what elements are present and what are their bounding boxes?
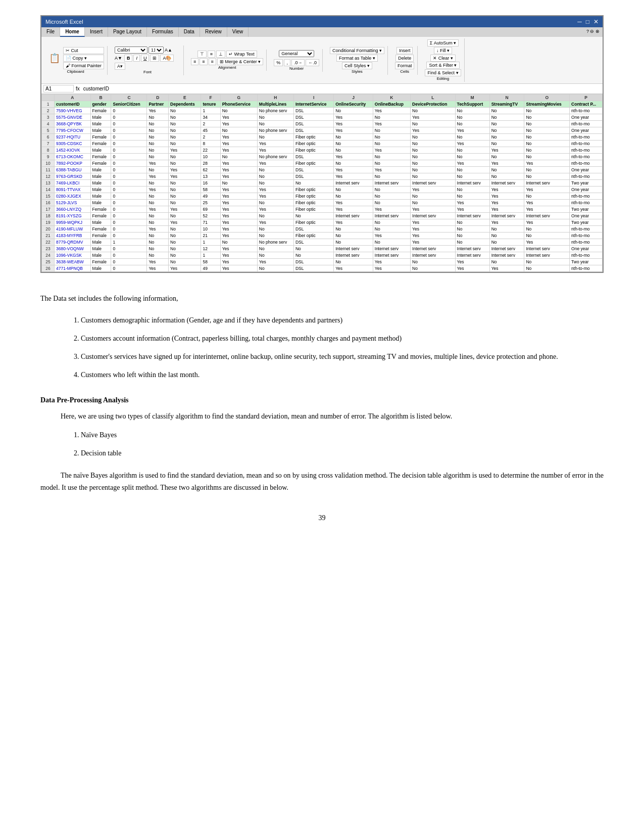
cell[interactable]: Yes <box>220 200 257 206</box>
cell[interactable]: Fiber optic <box>293 233 333 239</box>
cell[interactable]: DSL <box>293 167 333 173</box>
cell[interactable]: Yes <box>147 265 169 272</box>
align-middle-button[interactable]: ≡ <box>208 51 215 58</box>
cell[interactable]: No <box>147 200 169 206</box>
cell[interactable]: No <box>169 259 201 265</box>
cell[interactable]: 8 <box>201 141 220 147</box>
cell[interactable]: Male <box>90 193 111 200</box>
cell[interactable]: No <box>524 265 570 272</box>
cell[interactable]: No <box>524 134 570 141</box>
cell[interactable]: No <box>524 127 570 134</box>
cell[interactable]: Yes <box>220 219 257 226</box>
cell[interactable]: nth-to-mo <box>570 233 603 239</box>
table-row[interactable]: 188191-XYSZGFemale0NoNo52YesNoNoInternet… <box>42 213 603 219</box>
merge-center-button[interactable]: ⊞ Merge & Center ▾ <box>217 58 264 65</box>
cell[interactable]: No phone serv <box>257 108 293 114</box>
cell[interactable]: 2 <box>201 134 220 141</box>
cell[interactable]: Yes <box>373 259 410 265</box>
cell[interactable]: 0 <box>111 173 147 180</box>
cell[interactable]: No <box>293 252 333 259</box>
cell[interactable]: No <box>147 141 169 147</box>
cell[interactable]: 25 <box>201 200 220 206</box>
cell-styles-button[interactable]: Cell Styles ▾ <box>342 62 372 69</box>
header-multiline[interactable]: MultipleLines <box>257 101 293 108</box>
sort-filter-button[interactable]: Sort & Filter ▾ <box>426 62 459 69</box>
cell[interactable]: Yes <box>220 246 257 252</box>
cell[interactable]: Yes <box>169 147 201 154</box>
header-tv[interactable]: StreamingTV <box>489 101 524 108</box>
cell[interactable]: No <box>455 193 489 200</box>
format-table-button[interactable]: Format as Table ▾ <box>336 55 378 62</box>
cell[interactable]: Yes <box>334 167 373 173</box>
cell[interactable]: Yes <box>220 167 257 173</box>
cell[interactable]: Female <box>90 213 111 219</box>
header-partner[interactable]: Partner <box>147 101 169 108</box>
tab-insert[interactable]: Insert <box>85 27 108 37</box>
find-select-button[interactable]: Find & Select ▾ <box>425 69 461 76</box>
cell[interactable]: No <box>257 200 293 206</box>
cell[interactable]: 1 <box>201 252 220 259</box>
header-senior[interactable]: SeniorCitizen <box>111 101 147 108</box>
cell[interactable]: No <box>489 167 524 173</box>
cell[interactable]: No <box>489 121 524 127</box>
cell[interactable]: No phone serv <box>257 239 293 246</box>
header-internet[interactable]: InternetService <box>293 101 333 108</box>
cell[interactable]: No <box>169 193 201 200</box>
cell[interactable]: 0 <box>111 200 147 206</box>
cell[interactable]: No <box>169 200 201 206</box>
cell[interactable]: 1096-VKGSK <box>55 252 91 259</box>
cell[interactable]: No <box>257 173 293 180</box>
cell[interactable]: nth-to-mo <box>570 134 603 141</box>
cell[interactable]: No <box>411 134 456 141</box>
cell[interactable]: Fiber optic <box>293 206 333 213</box>
cell[interactable]: Female <box>90 160 111 167</box>
cell[interactable]: Fiber optic <box>293 200 333 206</box>
cell[interactable]: 5575-GNVDE <box>55 114 91 121</box>
cell[interactable]: 5129-JLVS <box>55 200 91 206</box>
col-i[interactable]: I <box>293 95 333 101</box>
cell[interactable]: No <box>373 219 410 226</box>
cell[interactable]: Yes <box>455 127 489 134</box>
cell[interactable]: 1 <box>201 239 220 246</box>
cut-button[interactable]: ✂ Cut <box>63 47 104 54</box>
italic-button[interactable]: I <box>133 55 140 62</box>
table-row[interactable]: 57795-CFOCWMale0NoNo45NoNo phone servDSL… <box>42 127 603 134</box>
header-backup[interactable]: OnlineBackup <box>373 101 410 108</box>
cell[interactable]: No <box>411 167 456 173</box>
fill-button[interactable]: ↓ Fill ▾ <box>434 47 452 54</box>
percent-button[interactable]: % <box>274 59 283 66</box>
cell[interactable]: DSL <box>293 265 333 272</box>
cell[interactable]: Internet serv <box>334 246 373 252</box>
table-row[interactable]: 264771-MPNQBMale0YesYes49YesNoDSLYesYesN… <box>42 265 603 272</box>
cell[interactable]: 0 <box>111 154 147 160</box>
cell[interactable]: Female <box>90 108 111 114</box>
increase-decimal-button[interactable]: .0→ <box>291 59 305 66</box>
cell[interactable]: No <box>293 180 333 187</box>
cell[interactable]: No <box>169 252 201 259</box>
cell[interactable]: Yes <box>411 239 456 246</box>
cell[interactable]: One year <box>570 167 603 173</box>
cell[interactable]: No <box>147 239 169 246</box>
cell[interactable]: Internet serv <box>455 252 489 259</box>
col-b[interactable]: B <box>90 95 111 101</box>
cell[interactable]: 8191-XYSZG <box>55 213 91 219</box>
cell[interactable]: Internet serv <box>334 180 373 187</box>
cell[interactable]: Female <box>90 233 111 239</box>
cell[interactable]: Yes <box>411 233 456 239</box>
conditional-formatting-button[interactable]: Conditional Formatting ▾ <box>330 47 384 54</box>
cell[interactable]: No <box>455 233 489 239</box>
cell[interactable]: 8091-TTVAX <box>55 187 91 193</box>
cell[interactable]: 4183-MYFRB <box>55 233 91 239</box>
cell[interactable]: No <box>334 160 373 167</box>
cell[interactable]: No <box>147 134 169 141</box>
cell[interactable]: Yes <box>373 147 410 154</box>
cell[interactable]: No <box>220 154 257 160</box>
cell[interactable]: One year <box>570 213 603 219</box>
cell[interactable]: Two year <box>570 206 603 213</box>
cell[interactable]: No <box>257 246 293 252</box>
cell[interactable]: Yes <box>455 259 489 265</box>
cell[interactable]: No <box>455 114 489 121</box>
cell[interactable]: No <box>169 160 201 167</box>
cell[interactable]: No <box>147 233 169 239</box>
cell[interactable]: No <box>257 121 293 127</box>
